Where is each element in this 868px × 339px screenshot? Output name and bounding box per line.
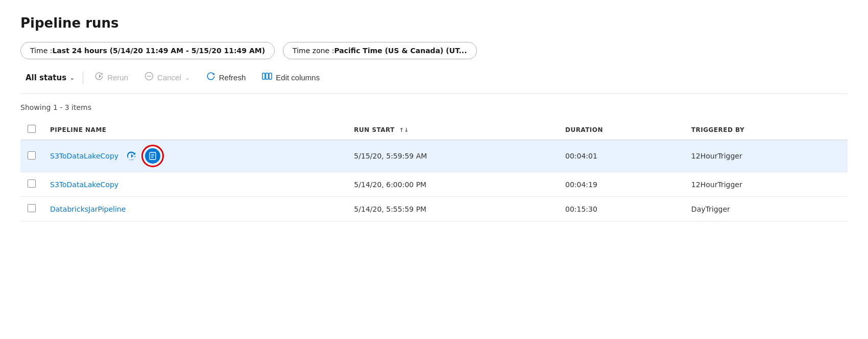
timezone-filter-label: Time zone : [293,47,334,55]
table-container: PIPELINE NAME RUN START ↑↓ DURATION TRIG… [20,120,848,221]
duration-cell: 00:15:30 [558,197,684,221]
status-dropdown-label: All status [26,73,66,82]
triggered-by-cell: 12HourTrigger [684,172,848,197]
row-rerun-icon[interactable] [124,148,139,164]
edit-columns-button[interactable]: Edit columns [254,69,328,86]
run-start-cell: 5/15/20, 5:59:59 AM [347,140,558,172]
timezone-filter-value: Pacific Time (US & Canada) (UT... [334,47,467,55]
rerun-icon [94,72,104,83]
pipeline-runs-table: PIPELINE NAME RUN START ↑↓ DURATION TRIG… [20,120,848,221]
rerun-button[interactable]: Rerun [86,69,136,86]
row-checkbox-cell [20,140,43,172]
duration-cell: 00:04:01 [558,140,684,172]
th-run-start: RUN START ↑↓ [347,120,558,140]
edit-columns-icon [262,72,272,83]
table-row: S3ToDataLakeCopy5/14/20, 6:00:00 PM00:04… [20,172,848,197]
triggered-by-cell: 12HourTrigger [684,140,848,172]
toolbar: All status ⌄ Rerun Cancel ⌄ [20,69,848,94]
toolbar-separator-1 [83,72,83,84]
row-checkbox-cell [20,172,43,197]
svg-marker-6 [131,154,133,158]
pipeline-name-link[interactable]: DatabricksJarPipeline [50,205,126,213]
pipeline-name-cell: S3ToDataLakeCopy [43,172,347,197]
showing-text: Showing 1 - 3 items [20,103,848,111]
chevron-down-icon: ⌄ [69,74,75,81]
pipeline-name-cell: DatabricksJarPipeline [43,197,347,221]
duration-cell: 00:04:19 [558,172,684,197]
cancel-icon [144,72,154,83]
time-filter-pill[interactable]: Time : Last 24 hours (5/14/20 11:49 AM -… [20,42,275,59]
header-checkbox[interactable] [28,125,36,133]
svg-rect-5 [269,73,272,79]
filter-bar: Time : Last 24 hours (5/14/20 11:49 AM -… [20,42,848,59]
svg-rect-3 [262,73,265,79]
th-duration: DURATION [558,120,684,140]
run-start-cell: 5/14/20, 5:55:59 PM [347,197,558,221]
row-checkbox-cell [20,197,43,221]
triggered-by-cell: DayTrigger [684,197,848,221]
svg-rect-4 [266,73,269,79]
th-pipeline-name: PIPELINE NAME [43,120,347,140]
pipeline-name-cell: S3ToDataLakeCopy [43,140,347,172]
sort-icon[interactable]: ↑↓ [399,127,409,133]
pipeline-name-link[interactable]: S3ToDataLakeCopy [50,180,118,189]
status-dropdown[interactable]: All status ⌄ [20,70,80,85]
cancel-label: Cancel [157,73,181,82]
refresh-button[interactable]: Refresh [198,69,254,86]
th-triggered-by: TRIGGERED BY [684,120,848,140]
time-filter-value: Last 24 hours (5/14/20 11:49 AM - 5/15/2… [52,47,265,55]
run-start-cell: 5/14/20, 6:00:00 PM [347,172,558,197]
refresh-icon [206,72,215,83]
edit-columns-label: Edit columns [276,73,320,82]
table-row: S3ToDataLakeCopy 5/15/20, 5:59:59 AM00:0… [20,140,848,172]
refresh-label: Refresh [219,73,246,82]
pipeline-name-link[interactable]: S3ToDataLakeCopy [50,152,118,160]
row-checkbox[interactable] [28,204,36,212]
row-checkbox[interactable] [28,151,36,160]
time-filter-label: Time : [30,47,52,55]
table-header-row: PIPELINE NAME RUN START ↑↓ DURATION TRIG… [20,120,848,140]
th-checkbox [20,120,43,140]
rerun-label: Rerun [107,73,128,82]
page-title: Pipeline runs [20,15,848,31]
timezone-filter-pill[interactable]: Time zone : Pacific Time (US & Canada) (… [283,42,476,59]
table-row: DatabricksJarPipeline5/14/20, 5:55:59 PM… [20,197,848,221]
cancel-button[interactable]: Cancel ⌄ [136,69,198,86]
row-details-icon [145,148,160,164]
main-container: Pipeline runs Time : Last 24 hours (5/14… [0,0,868,339]
row-details-icon-wrapper[interactable] [144,147,161,165]
cancel-chevron-icon: ⌄ [185,74,190,81]
row-checkbox[interactable] [28,179,36,188]
